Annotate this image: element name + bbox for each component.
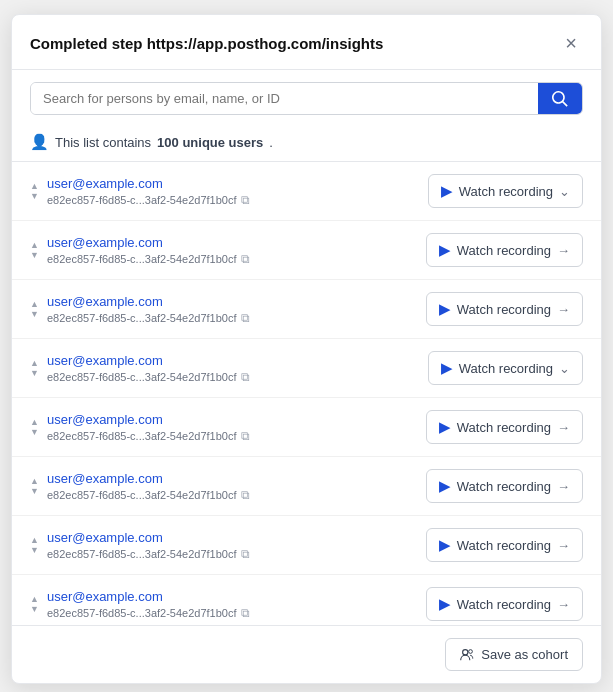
copy-icon[interactable]: ⧉ bbox=[241, 193, 250, 207]
user-email[interactable]: user@example.com bbox=[47, 589, 250, 604]
users-list: ▲ ▼ user@example.com e82ec857-f6d85-c...… bbox=[12, 161, 601, 625]
user-info: user@example.com e82ec857-f6d85-c...3af2… bbox=[47, 176, 250, 207]
user-email[interactable]: user@example.com bbox=[47, 176, 250, 191]
watch-recording-label: Watch recording bbox=[457, 597, 551, 612]
copy-icon[interactable]: ⧉ bbox=[241, 429, 250, 443]
user-id: e82ec857-f6d85-c...3af2-54e2d7f1b0cf ⧉ bbox=[47, 311, 250, 325]
user-info: user@example.com e82ec857-f6d85-c...3af2… bbox=[47, 530, 250, 561]
sort-arrows[interactable]: ▲ ▼ bbox=[30, 536, 39, 555]
user-left: ▲ ▼ user@example.com e82ec857-f6d85-c...… bbox=[30, 176, 250, 207]
copy-icon[interactable]: ⧉ bbox=[241, 547, 250, 561]
user-email[interactable]: user@example.com bbox=[47, 294, 250, 309]
user-email[interactable]: user@example.com bbox=[47, 412, 250, 427]
watch-recording-button[interactable]: ▶ Watch recording → bbox=[426, 233, 583, 267]
user-id: e82ec857-f6d85-c...3af2-54e2d7f1b0cf ⧉ bbox=[47, 488, 250, 502]
copy-icon[interactable]: ⧉ bbox=[241, 606, 250, 620]
play-icon: ▶ bbox=[439, 418, 451, 436]
table-row: ▲ ▼ user@example.com e82ec857-f6d85-c...… bbox=[12, 398, 601, 457]
summary-prefix: This list contains bbox=[55, 135, 151, 150]
sort-arrows[interactable]: ▲ ▼ bbox=[30, 595, 39, 614]
sort-arrows[interactable]: ▲ ▼ bbox=[30, 418, 39, 437]
user-info: user@example.com e82ec857-f6d85-c...3af2… bbox=[47, 471, 250, 502]
close-button[interactable]: × bbox=[559, 31, 583, 55]
sort-arrows[interactable]: ▲ ▼ bbox=[30, 477, 39, 496]
user-id: e82ec857-f6d85-c...3af2-54e2d7f1b0cf ⧉ bbox=[47, 252, 250, 266]
watch-recording-button[interactable]: ▶ Watch recording → bbox=[426, 528, 583, 562]
user-left: ▲ ▼ user@example.com e82ec857-f6d85-c...… bbox=[30, 353, 250, 384]
play-icon: ▶ bbox=[439, 477, 451, 495]
user-email[interactable]: user@example.com bbox=[47, 471, 250, 486]
sort-arrows[interactable]: ▲ ▼ bbox=[30, 359, 39, 378]
sort-arrows[interactable]: ▲ ▼ bbox=[30, 241, 39, 260]
table-row: ▲ ▼ user@example.com e82ec857-f6d85-c...… bbox=[12, 457, 601, 516]
user-info: user@example.com e82ec857-f6d85-c...3af2… bbox=[47, 235, 250, 266]
watch-recording-label: Watch recording bbox=[457, 538, 551, 553]
user-left: ▲ ▼ user@example.com e82ec857-f6d85-c...… bbox=[30, 530, 250, 561]
copy-icon[interactable]: ⧉ bbox=[241, 252, 250, 266]
arrow-right-icon: → bbox=[557, 420, 570, 435]
user-info: user@example.com e82ec857-f6d85-c...3af2… bbox=[47, 412, 250, 443]
save-cohort-button[interactable]: Save as cohort bbox=[445, 638, 583, 671]
watch-recording-label: Watch recording bbox=[459, 184, 553, 199]
chevron-down-icon: ⌄ bbox=[559, 184, 570, 199]
copy-icon[interactable]: ⧉ bbox=[241, 488, 250, 502]
modal-footer: Save as cohort bbox=[12, 625, 601, 683]
watch-recording-label: Watch recording bbox=[457, 243, 551, 258]
watch-recording-label: Watch recording bbox=[457, 420, 551, 435]
modal-title: Completed step https://app.posthog.com/i… bbox=[30, 35, 383, 52]
watch-recording-button[interactable]: ▶ Watch recording → bbox=[426, 292, 583, 326]
user-id: e82ec857-f6d85-c...3af2-54e2d7f1b0cf ⧉ bbox=[47, 370, 250, 384]
watch-recording-label: Watch recording bbox=[459, 361, 553, 376]
table-row: ▲ ▼ user@example.com e82ec857-f6d85-c...… bbox=[12, 221, 601, 280]
user-left: ▲ ▼ user@example.com e82ec857-f6d85-c...… bbox=[30, 471, 250, 502]
user-email[interactable]: user@example.com bbox=[47, 235, 250, 250]
watch-recording-button[interactable]: ▶ Watch recording → bbox=[426, 469, 583, 503]
user-id: e82ec857-f6d85-c...3af2-54e2d7f1b0cf ⧉ bbox=[47, 547, 250, 561]
table-row: ▲ ▼ user@example.com e82ec857-f6d85-c...… bbox=[12, 575, 601, 625]
summary-suffix: . bbox=[269, 135, 273, 150]
table-row: ▲ ▼ user@example.com e82ec857-f6d85-c...… bbox=[12, 339, 601, 398]
play-icon: ▶ bbox=[439, 241, 451, 259]
watch-recording-button[interactable]: ▶ Watch recording ⌄ bbox=[428, 351, 583, 385]
user-email[interactable]: user@example.com bbox=[47, 353, 250, 368]
search-icon bbox=[552, 91, 568, 107]
modal: Completed step https://app.posthog.com/i… bbox=[11, 14, 602, 684]
list-summary: 👤 This list contains 100 unique users. bbox=[12, 127, 601, 161]
user-email[interactable]: user@example.com bbox=[47, 530, 250, 545]
sort-arrows[interactable]: ▲ ▼ bbox=[30, 300, 39, 319]
user-icon: 👤 bbox=[30, 133, 49, 151]
svg-point-0 bbox=[463, 650, 468, 655]
user-left: ▲ ▼ user@example.com e82ec857-f6d85-c...… bbox=[30, 235, 250, 266]
arrow-right-icon: → bbox=[557, 243, 570, 258]
arrow-right-icon: → bbox=[557, 597, 570, 612]
play-icon: ▶ bbox=[439, 300, 451, 318]
chevron-down-icon: ⌄ bbox=[559, 361, 570, 376]
play-icon: ▶ bbox=[439, 595, 451, 613]
table-row: ▲ ▼ user@example.com e82ec857-f6d85-c...… bbox=[12, 162, 601, 221]
play-icon: ▶ bbox=[441, 359, 453, 377]
user-id: e82ec857-f6d85-c...3af2-54e2d7f1b0cf ⧉ bbox=[47, 429, 250, 443]
sort-arrows[interactable]: ▲ ▼ bbox=[30, 182, 39, 201]
copy-icon[interactable]: ⧉ bbox=[241, 311, 250, 325]
watch-recording-button[interactable]: ▶ Watch recording → bbox=[426, 410, 583, 444]
user-id: e82ec857-f6d85-c...3af2-54e2d7f1b0cf ⧉ bbox=[47, 606, 250, 620]
user-left: ▲ ▼ user@example.com e82ec857-f6d85-c...… bbox=[30, 294, 250, 325]
user-info: user@example.com e82ec857-f6d85-c...3af2… bbox=[47, 589, 250, 620]
watch-recording-button[interactable]: ▶ Watch recording → bbox=[426, 587, 583, 621]
modal-header: Completed step https://app.posthog.com/i… bbox=[12, 15, 601, 70]
search-input-wrap bbox=[30, 82, 583, 115]
table-row: ▲ ▼ user@example.com e82ec857-f6d85-c...… bbox=[12, 280, 601, 339]
search-input[interactable] bbox=[31, 83, 538, 114]
user-info: user@example.com e82ec857-f6d85-c...3af2… bbox=[47, 294, 250, 325]
people-icon bbox=[460, 647, 475, 662]
play-icon: ▶ bbox=[441, 182, 453, 200]
copy-icon[interactable]: ⧉ bbox=[241, 370, 250, 384]
watch-recording-label: Watch recording bbox=[457, 302, 551, 317]
watch-recording-button[interactable]: ▶ Watch recording ⌄ bbox=[428, 174, 583, 208]
search-bar bbox=[12, 70, 601, 127]
summary-count: 100 unique users bbox=[157, 135, 263, 150]
arrow-right-icon: → bbox=[557, 302, 570, 317]
user-info: user@example.com e82ec857-f6d85-c...3af2… bbox=[47, 353, 250, 384]
arrow-right-icon: → bbox=[557, 538, 570, 553]
search-button[interactable] bbox=[538, 83, 582, 114]
